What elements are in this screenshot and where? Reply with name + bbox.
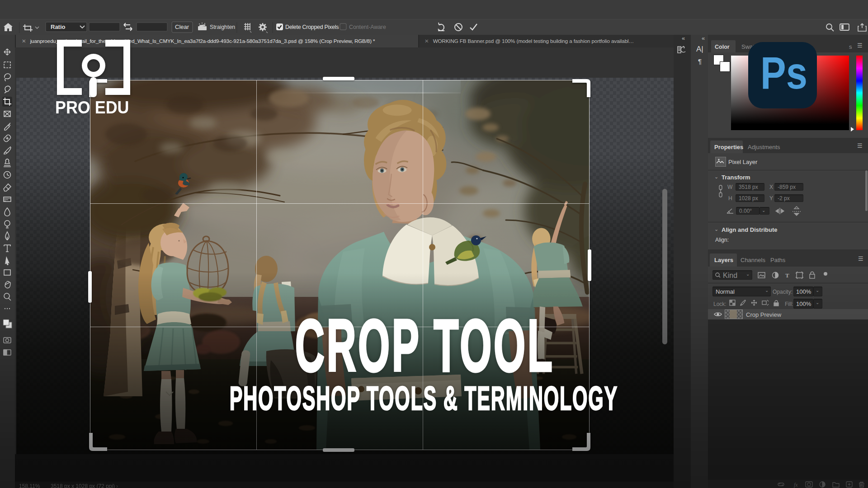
svg-text:fx: fx xyxy=(794,482,798,488)
svg-text:T: T xyxy=(785,272,789,279)
svg-text:Ratio: Ratio xyxy=(51,23,66,30)
svg-text:Content-Aware: Content-Aware xyxy=(349,24,386,30)
svg-text:Straighten: Straighten xyxy=(210,24,235,30)
svg-text:Delete Cropped Pixels: Delete Cropped Pixels xyxy=(285,24,339,30)
svg-text:Clear: Clear xyxy=(175,23,189,30)
